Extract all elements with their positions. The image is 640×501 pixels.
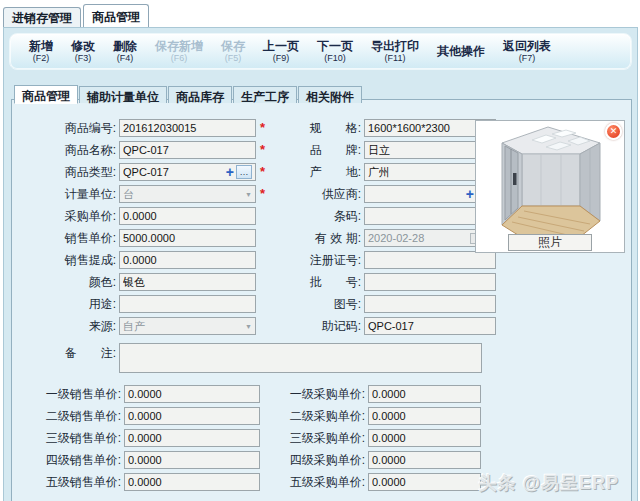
close-icon[interactable]: ✕ [605, 123, 622, 140]
field-value: 201612030015 [123, 122, 252, 134]
toolbar-button-label: 导出打印 [371, 40, 419, 53]
watermark: 头条 @易呈ERP [478, 471, 619, 495]
subtab-0[interactable]: 商品管理 [14, 85, 78, 104]
form-row: 条码: [276, 207, 504, 225]
form-row: 计量单位:台▼* [24, 185, 276, 203]
form-row: 图号: [276, 295, 504, 313]
toolbar-button-label: 新增 [29, 40, 53, 53]
tab-page: 新增(F2)修改(F3)删除(F4)保存新增(F6)保存(F5)上一页(F9)下… [3, 27, 638, 501]
field-text-input[interactable] [364, 273, 496, 291]
field-select-input: 台▼ [119, 185, 256, 203]
field-text-input[interactable]: QPC-017 [119, 141, 256, 159]
toolbar-button-key: (F10) [324, 53, 346, 63]
form-panel: 商品编号:201612030015*商品名称:QPC-017*商品类型:QPC-… [11, 99, 632, 501]
form-row: 来源:自产▼ [24, 317, 276, 335]
toolbar-button-key: (F7) [519, 53, 536, 63]
field-label: 供应商: [276, 186, 364, 203]
sale-price-input[interactable]: 0.0000 [124, 385, 260, 403]
field-text-input[interactable] [364, 295, 496, 313]
field-value: 0.0000 [128, 454, 256, 466]
field-text-input[interactable] [119, 295, 256, 313]
field-text-input[interactable]: 0.0000 [119, 207, 256, 225]
toolbar-button-key: (F5) [225, 53, 242, 63]
field-label: 批 号: [276, 274, 364, 291]
price-row: 三级销售单价:0.0000三级采购单价:0.0000 [24, 429, 631, 447]
field-value: 0.0000 [372, 432, 477, 444]
toolbar-button-label: 保存新增 [155, 40, 203, 53]
purchase-price-input[interactable]: 0.0000 [368, 407, 481, 425]
field-value: 0.0000 [123, 254, 252, 266]
sale-price-label: 二级销售单价: [24, 408, 124, 425]
sale-price-input[interactable]: 0.0000 [124, 429, 260, 447]
field-text-input[interactable] [364, 251, 496, 269]
toolbar-button-6[interactable]: 下一页(F10) [308, 35, 362, 69]
toolbar-button-2[interactable]: 删除(F4) [104, 35, 146, 69]
form-row: 采购单价:0.0000 [24, 207, 276, 225]
sale-price-input[interactable]: 0.0000 [124, 473, 260, 491]
field-label: 销售提成: [24, 252, 119, 269]
window-tab-1[interactable]: 商品管理 [83, 4, 149, 27]
field-label: 颜色: [24, 274, 119, 291]
purchase-price-input[interactable]: 0.0000 [368, 385, 481, 403]
toolbar-button-label: 删除 [113, 40, 137, 53]
purchase-price-input[interactable]: 0.0000 [368, 429, 481, 447]
add-icon[interactable]: + [226, 166, 234, 178]
field-text-input[interactable]: 5000.0000 [119, 229, 256, 247]
toolbar-button-0[interactable]: 新增(F2) [20, 35, 62, 69]
toolbar-button-3: 保存新增(F6) [146, 35, 212, 69]
field-text-input[interactable]: 银色 [119, 273, 256, 291]
field-label: 销售单价: [24, 230, 119, 247]
toolbar-button-key: (F6) [171, 53, 188, 63]
window-tab-0[interactable]: 进销存管理 [3, 7, 81, 27]
subtabs: 商品管理辅助计量单位商品库存生产工序相关附件 [14, 85, 637, 103]
field-value: 0.0000 [128, 432, 256, 444]
field-text-input[interactable]: 0.0000 [119, 251, 256, 269]
field-label: 有 效 期: [276, 230, 364, 247]
sale-price-label: 四级销售单价: [24, 452, 124, 469]
sale-price-label: 一级销售单价: [24, 386, 124, 403]
toolbar-button-label: 上一页 [263, 40, 299, 53]
form-row: 助记码:QPC-017 [276, 317, 504, 335]
browse-button[interactable]: … [236, 165, 252, 179]
field-picker-input[interactable]: QPC-017+… [119, 163, 256, 181]
field-value: 0.0000 [372, 454, 477, 466]
toolbar-button-label: 修改 [71, 40, 95, 53]
field-label: 注册证号: [276, 252, 364, 269]
form-row: 销售单价:5000.0000 [24, 229, 276, 247]
photo-panel[interactable]: ✕ 照片 [475, 120, 625, 253]
toolbar-button-7[interactable]: 导出打印(F11) [362, 35, 428, 69]
field-value: 5000.0000 [123, 232, 252, 244]
toolbar-button-1[interactable]: 修改(F3) [62, 35, 104, 69]
subtab-4[interactable]: 相关附件 [298, 86, 362, 103]
field-label: 规 格: [276, 120, 364, 137]
field-text-input[interactable]: QPC-017 [364, 317, 496, 335]
field-value: 0.0000 [372, 388, 477, 400]
purchase-price-input[interactable]: 0.0000 [368, 451, 481, 469]
toolbar-button-9[interactable]: 返回列表(F7) [494, 35, 560, 69]
purchase-price-input[interactable]: 0.0000 [368, 473, 481, 491]
toolbar: 新增(F2)修改(F3)删除(F4)保存新增(F6)保存(F5)上一页(F9)下… [9, 33, 632, 70]
field-label: 来源: [24, 318, 119, 335]
remark-textarea[interactable] [119, 343, 482, 373]
add-icon[interactable]: + [466, 188, 474, 200]
subtab-3[interactable]: 生产工序 [233, 86, 297, 103]
sale-price-input[interactable]: 0.0000 [124, 451, 260, 469]
purchase-price-label: 五级采购单价: [268, 474, 368, 491]
subtab-2[interactable]: 商品库存 [168, 86, 232, 103]
field-value: 0.0000 [123, 210, 252, 222]
field-value: 0.0000 [128, 476, 256, 488]
required-marker: * [260, 189, 268, 199]
field-label: 计量单位: [24, 186, 119, 203]
field-value: 1600*1600*2300 [368, 122, 492, 134]
purchase-price-label: 一级采购单价: [268, 386, 368, 403]
toolbar-button-5[interactable]: 上一页(F9) [254, 35, 308, 69]
price-row: 二级销售单价:0.0000二级采购单价:0.0000 [24, 407, 631, 425]
subtab-1[interactable]: 辅助计量单位 [79, 86, 167, 103]
toolbar-button-8[interactable]: 其他操作 [428, 35, 494, 69]
purchase-price-label: 二级采购单价: [268, 408, 368, 425]
sale-price-input[interactable]: 0.0000 [124, 407, 260, 425]
field-text-input[interactable]: 201612030015 [119, 119, 256, 137]
field-label: 商品类型: [24, 164, 119, 181]
sale-price-label: 五级销售单价: [24, 474, 124, 491]
sale-price-label: 三级销售单价: [24, 430, 124, 447]
